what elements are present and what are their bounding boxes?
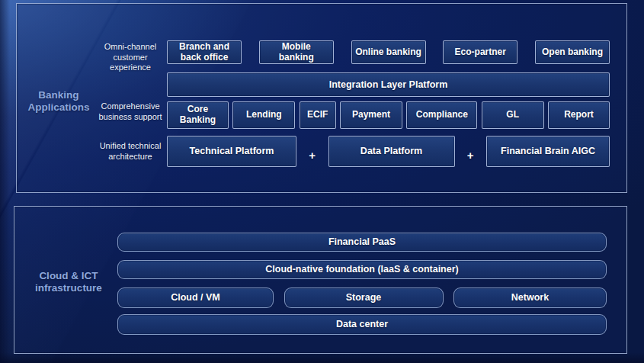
box-cloud-vm: Cloud / VM: [117, 288, 274, 308]
box-integration-layer-platform: Integration Layer Platform: [167, 72, 610, 97]
business-support-row: Core Banking Lending ECIF Payment Compli…: [167, 101, 610, 129]
box-cloud-native-foundation: Cloud-native foundation (IaaS & containe…: [117, 260, 607, 279]
omni-channel-row: Branch and back office Mobile banking On…: [167, 40, 610, 64]
box-eco-partner: Eco-partner: [443, 40, 517, 64]
slide-canvas: Banking Applications Omni-channel custom…: [0, 0, 644, 363]
box-report: Report: [548, 101, 610, 129]
box-ecif: ECIF: [300, 101, 336, 129]
plus-separator-1: +: [296, 136, 328, 167]
box-data-center: Data center: [117, 314, 607, 335]
box-mobile-banking: Mobile banking: [259, 40, 334, 64]
box-financial-paas: Financial PaaS: [117, 233, 607, 252]
box-online-banking: Online banking: [351, 40, 426, 64]
box-storage: Storage: [284, 288, 444, 308]
banking-applications-panel: Banking Applications Omni-channel custom…: [16, 3, 627, 193]
box-gl: GL: [482, 101, 544, 129]
integration-layer-row: Integration Layer Platform: [167, 72, 610, 97]
plus-separator-2: +: [455, 136, 487, 167]
unified-architecture-row: Technical Platform + Data Platform + Fin…: [167, 136, 610, 167]
box-data-platform: Data Platform: [328, 136, 455, 167]
box-technical-platform: Technical Platform: [167, 136, 296, 167]
box-financial-brain-aigc: Financial Brain AIGC: [486, 136, 610, 167]
box-branch-and-back-office: Branch and back office: [167, 40, 242, 64]
box-core-banking: Core Banking: [167, 101, 229, 129]
cloud-ict-panel: Cloud & ICT infrastructure Financial Paa…: [14, 206, 627, 354]
box-open-banking: Open banking: [535, 40, 610, 64]
infrastructure-resources-row: Cloud / VM Storage Network: [117, 288, 607, 308]
box-compliance: Compliance: [406, 101, 477, 129]
box-lending: Lending: [232, 101, 295, 129]
cloud-ict-title: Cloud & ICT infrastructure: [23, 270, 114, 294]
box-payment: Payment: [340, 101, 402, 129]
box-network: Network: [453, 288, 607, 308]
